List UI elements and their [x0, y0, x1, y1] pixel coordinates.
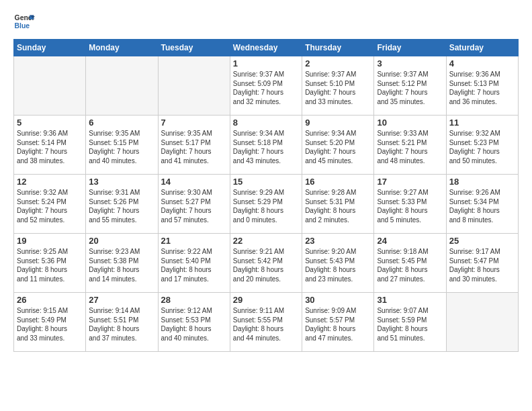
cell-info: Sunrise: 9:26 AM Sunset: 5:34 PM Dayligh…: [449, 188, 515, 224]
calendar-cell: [158, 56, 230, 116]
day-number: 1: [233, 58, 299, 68]
cell-info: Sunrise: 9:37 AM Sunset: 5:12 PM Dayligh…: [377, 70, 443, 106]
cell-info: Sunrise: 9:37 AM Sunset: 5:09 PM Dayligh…: [233, 70, 299, 106]
cell-info: Sunrise: 9:29 AM Sunset: 5:29 PM Dayligh…: [233, 188, 299, 224]
cell-info: Sunrise: 9:32 AM Sunset: 5:24 PM Dayligh…: [17, 188, 83, 224]
cell-info: Sunrise: 9:15 AM Sunset: 5:49 PM Dayligh…: [17, 306, 83, 342]
day-number: 9: [305, 118, 371, 128]
calendar-cell: 20Sunrise: 9:23 AM Sunset: 5:38 PM Dayli…: [86, 234, 158, 293]
calendar-cell: 16Sunrise: 9:28 AM Sunset: 5:31 PM Dayli…: [302, 175, 374, 234]
week-row-4: 19Sunrise: 9:25 AM Sunset: 5:36 PM Dayli…: [14, 234, 519, 293]
calendar-cell: 28Sunrise: 9:12 AM Sunset: 5:53 PM Dayli…: [158, 293, 230, 352]
calendar-cell: 27Sunrise: 9:14 AM Sunset: 5:51 PM Dayli…: [86, 293, 158, 352]
calendar-cell: 14Sunrise: 9:30 AM Sunset: 5:27 PM Dayli…: [158, 175, 230, 234]
day-number: 7: [161, 118, 227, 128]
day-number: 28: [161, 295, 227, 305]
cell-info: Sunrise: 9:17 AM Sunset: 5:47 PM Dayligh…: [449, 247, 515, 283]
calendar-cell: 21Sunrise: 9:22 AM Sunset: 5:40 PM Dayli…: [158, 234, 230, 293]
calendar: SundayMondayTuesdayWednesdayThursdayFrid…: [13, 39, 519, 352]
week-row-5: 26Sunrise: 9:15 AM Sunset: 5:49 PM Dayli…: [14, 293, 519, 352]
cell-info: Sunrise: 9:27 AM Sunset: 5:33 PM Dayligh…: [377, 188, 443, 224]
cell-info: Sunrise: 9:32 AM Sunset: 5:23 PM Dayligh…: [449, 129, 515, 165]
cell-info: Sunrise: 9:23 AM Sunset: 5:38 PM Dayligh…: [89, 247, 154, 283]
cell-info: Sunrise: 9:22 AM Sunset: 5:40 PM Dayligh…: [161, 247, 227, 283]
cell-info: Sunrise: 9:11 AM Sunset: 5:55 PM Dayligh…: [233, 306, 299, 342]
day-number: 12: [17, 177, 83, 187]
day-number: 4: [449, 58, 515, 68]
day-number: 16: [305, 177, 371, 187]
dow-header-sunday: Sunday: [14, 40, 86, 56]
day-number: 31: [377, 295, 443, 305]
cell-info: Sunrise: 9:33 AM Sunset: 5:21 PM Dayligh…: [377, 129, 443, 165]
calendar-cell: 19Sunrise: 9:25 AM Sunset: 5:36 PM Dayli…: [14, 234, 86, 293]
day-number: 21: [161, 236, 227, 246]
logo: General Blue: [13, 11, 35, 32]
calendar-cell: 15Sunrise: 9:29 AM Sunset: 5:29 PM Dayli…: [230, 175, 302, 234]
day-number: 11: [449, 118, 515, 128]
day-number: 3: [377, 58, 443, 68]
day-number: 6: [89, 118, 154, 128]
dow-header-thursday: Thursday: [302, 40, 374, 56]
cell-info: Sunrise: 9:34 AM Sunset: 5:18 PM Dayligh…: [233, 129, 299, 165]
day-number: 2: [305, 58, 371, 68]
cell-info: Sunrise: 9:09 AM Sunset: 5:57 PM Dayligh…: [305, 306, 371, 342]
day-number: 5: [17, 118, 83, 128]
calendar-cell: 13Sunrise: 9:31 AM Sunset: 5:26 PM Dayli…: [86, 175, 158, 234]
calendar-cell: 1Sunrise: 9:37 AM Sunset: 5:09 PM Daylig…: [230, 56, 302, 116]
cell-info: Sunrise: 9:35 AM Sunset: 5:15 PM Dayligh…: [89, 129, 154, 165]
day-number: 8: [233, 118, 299, 128]
cell-info: Sunrise: 9:18 AM Sunset: 5:45 PM Dayligh…: [377, 247, 443, 283]
calendar-cell: 18Sunrise: 9:26 AM Sunset: 5:34 PM Dayli…: [446, 175, 518, 234]
calendar-cell: 24Sunrise: 9:18 AM Sunset: 5:45 PM Dayli…: [374, 234, 446, 293]
cell-info: Sunrise: 9:07 AM Sunset: 5:59 PM Dayligh…: [377, 306, 443, 342]
cell-info: Sunrise: 9:36 AM Sunset: 5:13 PM Dayligh…: [449, 70, 515, 106]
calendar-cell: 5Sunrise: 9:36 AM Sunset: 5:14 PM Daylig…: [14, 116, 86, 175]
day-number: 26: [17, 295, 83, 305]
day-number: 22: [233, 236, 299, 246]
dow-header-friday: Friday: [374, 40, 446, 56]
calendar-cell: 23Sunrise: 9:20 AM Sunset: 5:43 PM Dayli…: [302, 234, 374, 293]
day-number: 27: [89, 295, 154, 305]
day-number: 14: [161, 177, 227, 187]
calendar-cell: 8Sunrise: 9:34 AM Sunset: 5:18 PM Daylig…: [230, 116, 302, 175]
calendar-cell: [86, 56, 158, 116]
header: General Blue: [13, 11, 519, 32]
cell-info: Sunrise: 9:28 AM Sunset: 5:31 PM Dayligh…: [305, 188, 371, 224]
week-row-3: 12Sunrise: 9:32 AM Sunset: 5:24 PM Dayli…: [14, 175, 519, 234]
calendar-cell: [14, 56, 86, 116]
cell-info: Sunrise: 9:12 AM Sunset: 5:53 PM Dayligh…: [161, 306, 227, 342]
logo-icon: General Blue: [13, 11, 35, 32]
dow-header-monday: Monday: [86, 40, 158, 56]
calendar-cell: 11Sunrise: 9:32 AM Sunset: 5:23 PM Dayli…: [446, 116, 518, 175]
calendar-cell: [446, 293, 518, 352]
cell-info: Sunrise: 9:37 AM Sunset: 5:10 PM Dayligh…: [305, 70, 371, 106]
cell-info: Sunrise: 9:36 AM Sunset: 5:14 PM Dayligh…: [17, 129, 83, 165]
cell-info: Sunrise: 9:31 AM Sunset: 5:26 PM Dayligh…: [89, 188, 154, 224]
day-number: 24: [377, 236, 443, 246]
week-row-1: 1Sunrise: 9:37 AM Sunset: 5:09 PM Daylig…: [14, 56, 519, 116]
day-number: 23: [305, 236, 371, 246]
days-of-week-row: SundayMondayTuesdayWednesdayThursdayFrid…: [14, 40, 519, 56]
day-number: 29: [233, 295, 299, 305]
day-number: 17: [377, 177, 443, 187]
calendar-cell: 3Sunrise: 9:37 AM Sunset: 5:12 PM Daylig…: [374, 56, 446, 116]
calendar-cell: 9Sunrise: 9:34 AM Sunset: 5:20 PM Daylig…: [302, 116, 374, 175]
day-number: 15: [233, 177, 299, 187]
dow-header-tuesday: Tuesday: [158, 40, 230, 56]
day-number: 19: [17, 236, 83, 246]
calendar-cell: 25Sunrise: 9:17 AM Sunset: 5:47 PM Dayli…: [446, 234, 518, 293]
week-row-2: 5Sunrise: 9:36 AM Sunset: 5:14 PM Daylig…: [14, 116, 519, 175]
calendar-cell: 31Sunrise: 9:07 AM Sunset: 5:59 PM Dayli…: [374, 293, 446, 352]
day-number: 25: [449, 236, 515, 246]
cell-info: Sunrise: 9:35 AM Sunset: 5:17 PM Dayligh…: [161, 129, 227, 165]
dow-header-wednesday: Wednesday: [230, 40, 302, 56]
cell-info: Sunrise: 9:25 AM Sunset: 5:36 PM Dayligh…: [17, 247, 83, 283]
cell-info: Sunrise: 9:14 AM Sunset: 5:51 PM Dayligh…: [89, 306, 154, 342]
cell-info: Sunrise: 9:30 AM Sunset: 5:27 PM Dayligh…: [161, 188, 227, 224]
day-number: 13: [89, 177, 154, 187]
calendar-cell: 12Sunrise: 9:32 AM Sunset: 5:24 PM Dayli…: [14, 175, 86, 234]
calendar-cell: 6Sunrise: 9:35 AM Sunset: 5:15 PM Daylig…: [86, 116, 158, 175]
dow-header-saturday: Saturday: [446, 40, 518, 56]
calendar-cell: 26Sunrise: 9:15 AM Sunset: 5:49 PM Dayli…: [14, 293, 86, 352]
cell-info: Sunrise: 9:20 AM Sunset: 5:43 PM Dayligh…: [305, 247, 371, 283]
